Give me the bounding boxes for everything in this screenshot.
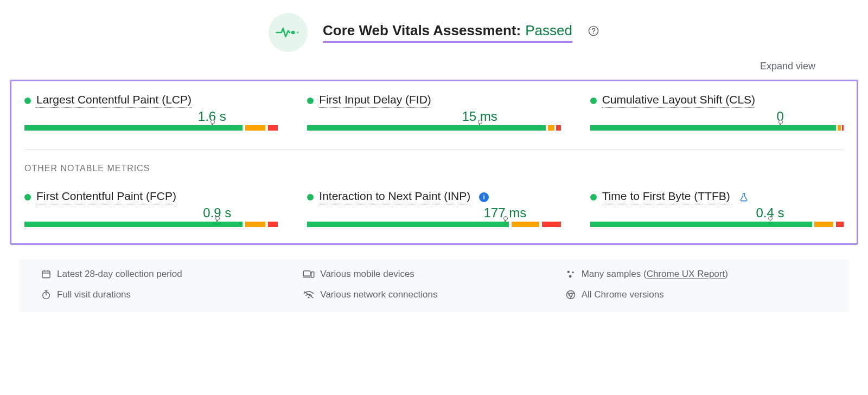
distribution-bar — [24, 222, 278, 227]
metric-name-fid[interactable]: First Input Delay (FID) — [319, 93, 431, 108]
status-dot — [590, 194, 597, 200]
status-dot — [24, 194, 31, 200]
devices-icon — [303, 269, 315, 280]
help-icon[interactable] — [588, 25, 599, 41]
status-dot — [24, 98, 31, 104]
stopwatch-icon — [41, 289, 52, 300]
other-metrics-label: OTHER NOTABLE METRICS — [24, 164, 844, 173]
svg-rect-4 — [42, 271, 50, 278]
metric-cls: Cumulative Layout Shift (CLS)0 — [590, 93, 844, 131]
metric-name-fcp[interactable]: First Contentful Paint (FCP) — [36, 190, 176, 204]
svg-point-0 — [291, 31, 295, 34]
metrics-panel: Largest Contentful Paint (LCP)1.6 sFirst… — [10, 80, 858, 245]
metric-ttfb: Time to First Byte (TTFB)0.4 s — [590, 190, 844, 227]
footer-period: Latest 28-day collection period — [57, 269, 182, 280]
footer-devices: Various mobile devices — [320, 269, 414, 280]
distribution-bar — [590, 222, 844, 227]
status-dot — [590, 98, 597, 104]
svg-rect-10 — [311, 272, 314, 277]
metric-name-lcp[interactable]: Largest Contentful Paint (LCP) — [36, 93, 192, 108]
footer-durations: Full visit durations — [57, 289, 131, 300]
metric-lcp: Largest Contentful Paint (LCP)1.6 s — [24, 93, 278, 131]
svg-rect-8 — [304, 271, 311, 276]
distribution-bar — [307, 125, 560, 131]
distribution-bar — [590, 125, 844, 131]
svg-point-12 — [572, 271, 573, 273]
network-icon — [303, 289, 315, 300]
svg-point-18 — [308, 297, 310, 299]
status-dot — [307, 194, 314, 200]
footer-network: Various network connections — [320, 289, 437, 300]
svg-point-13 — [569, 275, 571, 278]
chrome-icon — [565, 289, 576, 300]
expand-view-link[interactable]: Expand view — [760, 61, 815, 72]
metric-inp: Interaction to Next Paint (INP)i177 ms — [307, 190, 560, 227]
crux-report-link[interactable]: Chrome UX Report — [647, 269, 725, 279]
metric-name-ttfb[interactable]: Time to First Byte (TTFB) — [602, 190, 730, 204]
divider — [24, 149, 844, 150]
svg-point-3 — [593, 33, 594, 34]
footer-info: Latest 28-day collection period Various … — [19, 259, 849, 312]
distribution-bar — [24, 125, 278, 131]
experimental-icon[interactable] — [739, 192, 749, 202]
metric-name-inp[interactable]: Interaction to Next Paint (INP) — [319, 190, 470, 204]
footer-samples: Many samples (Chrome UX Report) — [582, 269, 728, 280]
metric-fid: First Input Delay (FID)15 ms — [307, 93, 560, 131]
pulse-icon — [269, 13, 308, 52]
footer-versions: All Chrome versions — [582, 289, 664, 300]
assessment-title: Core Web Vitals Assessment: Passed — [323, 22, 572, 43]
calendar-icon — [41, 269, 52, 280]
svg-point-1 — [297, 31, 299, 34]
samples-icon — [565, 269, 576, 280]
metric-name-cls[interactable]: Cumulative Layout Shift (CLS) — [602, 93, 755, 108]
assessment-status: Passed — [525, 22, 572, 39]
metric-fcp: First Contentful Paint (FCP)0.9 s — [24, 190, 278, 227]
distribution-bar — [307, 222, 560, 227]
info-icon[interactable]: i — [479, 192, 489, 202]
svg-point-11 — [567, 271, 569, 273]
status-dot — [307, 98, 314, 104]
